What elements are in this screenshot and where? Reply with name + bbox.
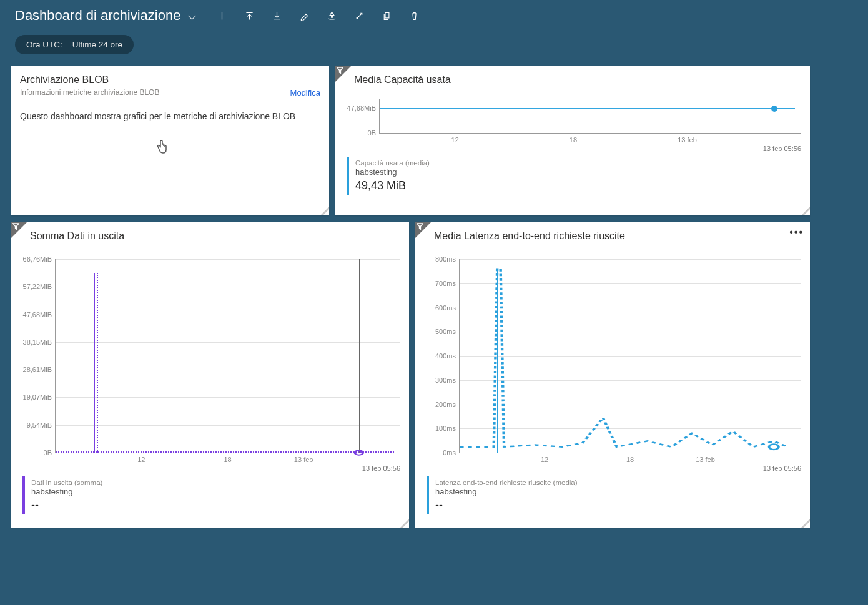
time-range-label: Ora UTC: xyxy=(26,40,62,49)
y-tick: 600ms xyxy=(421,304,456,312)
legend: Capacità usata (media) habstesting 49,43… xyxy=(347,157,801,195)
egress-chart: 66,76MiB 57,22MiB 47,68MiB 38,15MiB 28,6… xyxy=(55,259,400,453)
tile-subtitle: Informazioni metriche archiviazione BLOB xyxy=(20,88,159,97)
legend: Latenza end-to-end richieste riuscite (m… xyxy=(427,476,801,514)
tile-body-text: Questo dashboard mostra grafici per le m… xyxy=(20,111,320,121)
y-tick: 38,15MiB xyxy=(17,338,52,346)
delete-icon[interactable] xyxy=(408,10,420,21)
x-tick: 12 xyxy=(451,136,459,144)
pointer-cursor-icon xyxy=(155,139,169,159)
tile-latency[interactable]: ••• Media Latenza end-to-end richieste r… xyxy=(415,222,810,528)
y-tick: 47,68MiB xyxy=(341,104,376,112)
y-tick: 19,07MiB xyxy=(17,393,52,401)
legend-metric: Dati in uscita (somma) xyxy=(31,479,400,486)
resize-handle-icon[interactable] xyxy=(320,207,329,215)
dashboard-grid: Archiviazione BLOB Informazioni metriche… xyxy=(0,66,868,539)
tile-title: Somma Dati in uscita xyxy=(30,230,400,242)
tile-capacity[interactable]: Media Capacità usata 47,68MiB 0B 12 18 1… xyxy=(335,66,810,215)
x-tick: 12 xyxy=(541,456,548,463)
tile-egress[interactable]: Somma Dati in uscita 66,76MiB 57,22MiB 4… xyxy=(11,222,409,528)
y-tick: 66,76MiB xyxy=(17,255,52,263)
x-tick: 18 xyxy=(570,136,577,144)
filter-corner-icon[interactable] xyxy=(335,66,352,82)
time-range-value: Ultime 24 ore xyxy=(72,40,122,49)
time-marker-line xyxy=(777,97,777,134)
tile-title: Media Latenza end-to-end richieste riusc… xyxy=(434,230,801,242)
resize-handle-icon[interactable] xyxy=(400,519,409,528)
resize-handle-icon[interactable] xyxy=(801,207,810,215)
upload-icon[interactable] xyxy=(244,10,255,21)
x-tick: 18 xyxy=(626,456,634,463)
y-tick: 0B xyxy=(341,129,376,137)
dashboard-header: Dashboard di archiviazione xyxy=(0,0,868,24)
legend: Dati in uscita (somma) habstesting -- xyxy=(22,476,400,514)
dashboard-title-dropdown[interactable]: Dashboard di archiviazione xyxy=(15,7,204,24)
x-tick: 13 feb xyxy=(696,456,715,463)
legend-resource: habstesting xyxy=(435,487,801,496)
edit-icon[interactable] xyxy=(298,10,310,21)
x-tick: 18 xyxy=(224,456,231,463)
x-tick: 13 feb xyxy=(294,456,313,463)
more-menu-icon[interactable]: ••• xyxy=(789,227,804,238)
y-tick: 9,54MiB xyxy=(17,421,52,429)
chart-series-line xyxy=(460,259,801,453)
legend-metric: Latenza end-to-end richieste riuscite (m… xyxy=(435,479,801,486)
legend-resource: habstesting xyxy=(355,167,801,177)
y-tick: 500ms xyxy=(421,328,456,335)
x-marker-label: 13 feb 05:56 xyxy=(763,145,801,152)
chart-series-line xyxy=(380,108,795,109)
y-tick: 0B xyxy=(17,449,52,456)
x-marker-label: 13 feb 05:56 xyxy=(763,465,801,472)
y-tick: 200ms xyxy=(421,401,456,408)
legend-metric: Capacità usata (media) xyxy=(355,159,801,167)
filter-corner-icon[interactable] xyxy=(415,222,432,238)
y-tick: 57,22MiB xyxy=(17,283,52,290)
download-icon[interactable] xyxy=(271,10,282,21)
fullscreen-icon[interactable] xyxy=(353,10,365,21)
share-icon[interactable] xyxy=(326,10,337,21)
y-tick: 400ms xyxy=(421,352,456,360)
y-tick: 28,61MiB xyxy=(17,366,52,373)
tile-blob-info[interactable]: Archiviazione BLOB Informazioni metriche… xyxy=(11,66,329,215)
resize-handle-icon[interactable] xyxy=(801,519,810,528)
time-marker-line xyxy=(774,259,774,453)
x-tick: 13 feb xyxy=(678,136,697,144)
clone-icon[interactable] xyxy=(381,10,392,21)
legend-value: -- xyxy=(31,499,400,512)
edit-link[interactable]: Modifica xyxy=(290,88,320,97)
tile-title: Archiviazione BLOB xyxy=(20,74,320,86)
legend-value: -- xyxy=(435,499,801,512)
y-tick: 47,68MiB xyxy=(17,311,52,318)
y-tick: 300ms xyxy=(421,376,456,384)
legend-resource: habstesting xyxy=(31,487,400,496)
legend-value: 49,43 MiB xyxy=(355,179,801,192)
x-marker-label: 13 feb 05:56 xyxy=(362,465,400,472)
time-range-pill[interactable]: Ora UTC: Ultime 24 ore xyxy=(15,35,134,54)
y-tick: 700ms xyxy=(421,280,456,287)
x-tick: 12 xyxy=(137,456,145,463)
dashboard-title-text: Dashboard di archiviazione xyxy=(15,7,180,23)
latency-chart: 800ms 700ms 600ms 500ms 400ms 300ms 200m… xyxy=(459,259,801,453)
dashboard-toolbar xyxy=(216,10,420,21)
add-icon[interactable] xyxy=(216,10,227,21)
tile-title: Media Capacità usata xyxy=(354,74,801,86)
y-tick: 0ms xyxy=(421,449,456,456)
filter-corner-icon[interactable] xyxy=(11,222,27,238)
y-tick: 100ms xyxy=(421,425,456,432)
y-tick: 800ms xyxy=(421,255,456,263)
